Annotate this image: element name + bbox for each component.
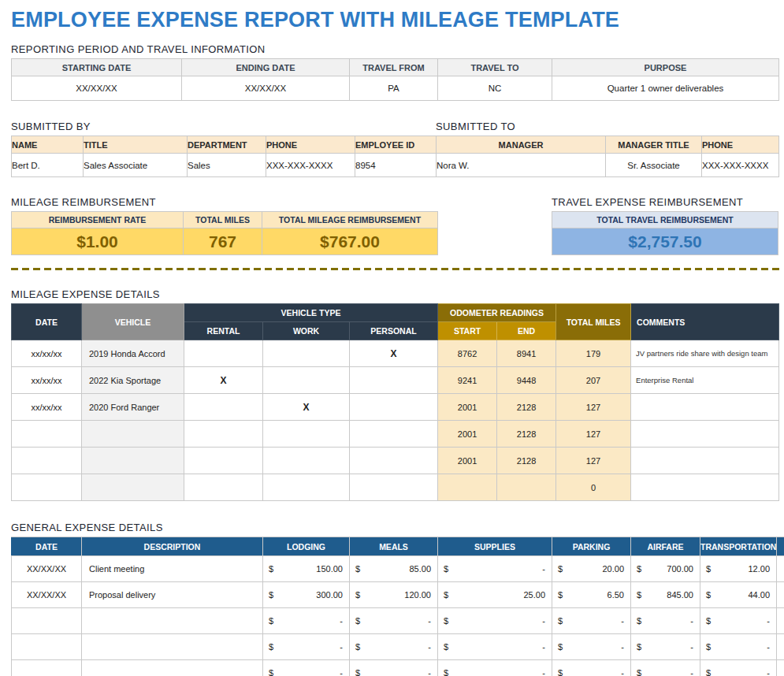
- parking-cell[interactable]: $-: [552, 634, 631, 660]
- date-cell[interactable]: xx/xx/xx: [12, 340, 82, 367]
- vehicle-cell[interactable]: [82, 448, 184, 474]
- start-cell[interactable]: 2001: [438, 394, 497, 421]
- airfare-cell[interactable]: $845.00: [631, 582, 700, 608]
- purpose-cell[interactable]: Quarter 1 owner deliverables: [552, 76, 779, 101]
- lodging-cell[interactable]: $-: [263, 660, 350, 676]
- personal-cell[interactable]: [350, 394, 438, 421]
- description-cell[interactable]: Proposal delivery: [82, 582, 263, 608]
- meals-cell[interactable]: $120.00: [350, 582, 438, 608]
- total-mileage-reimbursement-cell[interactable]: $767.00: [262, 228, 438, 255]
- meals-cell[interactable]: $-: [350, 660, 438, 676]
- vehicle-cell[interactable]: 2019 Honda Accord: [82, 340, 184, 367]
- transportation-cell[interactable]: $12.00: [700, 556, 777, 582]
- airfare-cell[interactable]: $-: [631, 608, 700, 634]
- total-miles-cell[interactable]: 127: [556, 421, 631, 448]
- lodging-cell[interactable]: $300.00: [263, 582, 350, 608]
- total-miles-cell[interactable]: 0: [556, 474, 631, 501]
- comments-cell[interactable]: [631, 448, 779, 474]
- description-cell[interactable]: [82, 634, 263, 660]
- parking-cell[interactable]: $20.00: [552, 556, 631, 582]
- description-cell[interactable]: Client meeting: [82, 556, 263, 582]
- meals-cell[interactable]: $85.00: [350, 556, 438, 582]
- manager-phone-cell[interactable]: XXX-XXX-XXXX: [702, 154, 779, 177]
- date-cell[interactable]: [12, 474, 82, 501]
- parking-cell[interactable]: $6.50: [552, 582, 631, 608]
- travel-to-cell[interactable]: NC: [438, 76, 552, 101]
- date-cell[interactable]: XX/XX/XX: [12, 582, 82, 608]
- rental-cell[interactable]: [184, 340, 263, 367]
- manager-title-cell[interactable]: Sr. Associate: [606, 154, 702, 177]
- work-cell[interactable]: X: [263, 394, 350, 421]
- lodging-cell[interactable]: $-: [263, 634, 350, 660]
- start-cell[interactable]: 8762: [438, 340, 497, 367]
- work-cell[interactable]: [263, 421, 350, 448]
- comments-cell[interactable]: JV partners ride share with design team: [631, 340, 779, 367]
- personal-cell[interactable]: [350, 474, 438, 501]
- end-cell[interactable]: 2128: [497, 394, 556, 421]
- comments-cell[interactable]: [631, 421, 779, 448]
- lodging-cell[interactable]: $150.00: [263, 556, 350, 582]
- personal-cell[interactable]: [350, 421, 438, 448]
- airfare-cell[interactable]: $-: [631, 660, 700, 676]
- work-cell[interactable]: [263, 367, 350, 394]
- supplies-cell[interactable]: $-: [438, 634, 552, 660]
- work-cell[interactable]: [263, 474, 350, 501]
- date-cell[interactable]: [12, 608, 82, 634]
- personal-cell[interactable]: [350, 448, 438, 474]
- start-cell[interactable]: 2001: [438, 421, 497, 448]
- vehicle-cell[interactable]: [82, 421, 184, 448]
- transportation-cell[interactable]: $-: [700, 608, 777, 634]
- meals-cell[interactable]: $-: [350, 634, 438, 660]
- comments-cell[interactable]: Enterprise Rental: [631, 367, 779, 394]
- vehicle-cell[interactable]: 2022 Kia Sportage: [82, 367, 184, 394]
- parking-cell[interactable]: $-: [552, 660, 631, 676]
- comments-cell[interactable]: [631, 474, 779, 501]
- vehicle-cell[interactable]: [82, 474, 184, 501]
- rental-cell[interactable]: [184, 474, 263, 501]
- parking-cell[interactable]: $-: [552, 608, 631, 634]
- date-cell[interactable]: [12, 448, 82, 474]
- rental-cell[interactable]: [184, 394, 263, 421]
- work-cell[interactable]: [263, 340, 350, 367]
- employee-id-cell[interactable]: 8954: [355, 154, 437, 177]
- personal-cell[interactable]: X: [350, 340, 438, 367]
- total-miles-cell[interactable]: 127: [556, 394, 631, 421]
- end-cell[interactable]: 2128: [497, 448, 556, 474]
- total-miles-cell[interactable]: 179: [556, 340, 631, 367]
- supplies-cell[interactable]: $-: [438, 660, 552, 676]
- end-cell[interactable]: [497, 474, 556, 501]
- supplies-cell[interactable]: $-: [438, 556, 552, 582]
- supplies-cell[interactable]: $-: [438, 608, 552, 634]
- description-cell[interactable]: [82, 660, 263, 676]
- supplies-cell[interactable]: $25.00: [438, 582, 552, 608]
- vehicle-cell[interactable]: 2020 Ford Ranger: [82, 394, 184, 421]
- date-cell[interactable]: xx/xx/xx: [12, 367, 82, 394]
- total-miles-cell[interactable]: 207: [556, 367, 631, 394]
- date-cell[interactable]: [12, 421, 82, 448]
- airfare-cell[interactable]: $-: [631, 634, 700, 660]
- rental-cell[interactable]: [184, 448, 263, 474]
- date-cell[interactable]: [12, 634, 82, 660]
- work-cell[interactable]: [263, 448, 350, 474]
- rental-cell[interactable]: X: [184, 367, 263, 394]
- date-cell[interactable]: XX/XX/XX: [12, 556, 82, 582]
- start-cell[interactable]: [438, 474, 497, 501]
- ending-date-cell[interactable]: XX/XX/XX: [182, 76, 350, 101]
- end-cell[interactable]: 8941: [497, 340, 556, 367]
- transportation-cell[interactable]: $44.00: [700, 582, 777, 608]
- date-cell[interactable]: [12, 660, 82, 676]
- total-miles-cell[interactable]: 767: [184, 228, 262, 255]
- end-cell[interactable]: 9448: [497, 367, 556, 394]
- starting-date-cell[interactable]: XX/XX/XX: [12, 76, 182, 101]
- airfare-cell[interactable]: $700.00: [631, 556, 700, 582]
- total-miles-cell[interactable]: 127: [556, 448, 631, 474]
- reimbursement-rate-cell[interactable]: $1.00: [12, 228, 184, 255]
- lodging-cell[interactable]: $-: [263, 608, 350, 634]
- end-cell[interactable]: 2128: [497, 421, 556, 448]
- date-cell[interactable]: xx/xx/xx: [12, 394, 82, 421]
- manager-cell[interactable]: Nora W.: [437, 154, 606, 177]
- total-travel-reimbursement-cell[interactable]: $2,757.50: [552, 228, 778, 255]
- meals-cell[interactable]: $-: [350, 608, 438, 634]
- comments-cell[interactable]: [631, 394, 779, 421]
- personal-cell[interactable]: [350, 367, 438, 394]
